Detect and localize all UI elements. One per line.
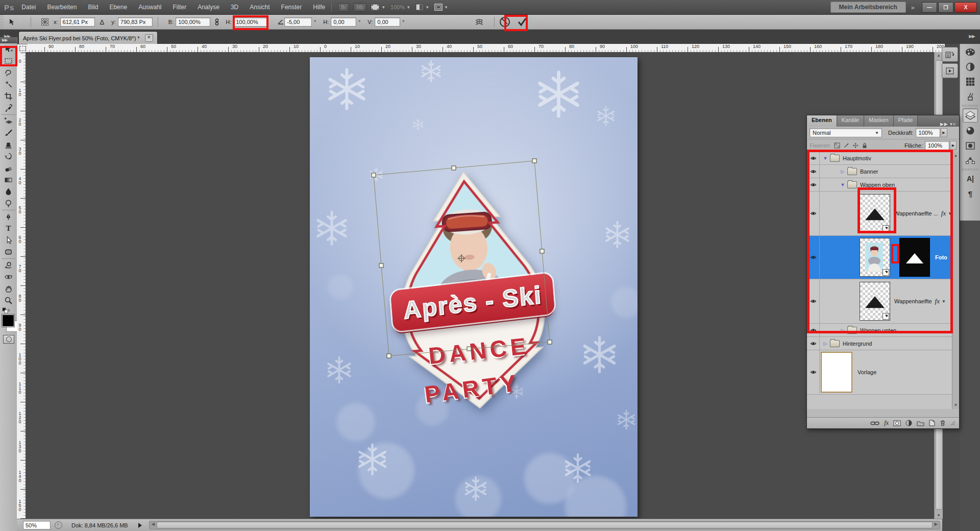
scroll-down-icon[interactable]: ▼	[952, 403, 959, 407]
type-tool[interactable]: T	[0, 223, 17, 234]
swatches-panel-icon[interactable]	[963, 75, 977, 88]
paths-panel-icon[interactable]	[963, 154, 977, 167]
menu-item[interactable]: Bearbeiten	[47, 4, 77, 11]
tab-pfade[interactable]: Pfade	[894, 115, 918, 127]
expand-triangle-icon[interactable]: ▷	[839, 328, 846, 333]
tool-preset-icon[interactable]: ▾	[8, 18, 20, 26]
scrollbar-thumb[interactable]	[157, 522, 933, 528]
zoom-percent-field[interactable]: 50%	[23, 521, 51, 529]
y-position-field[interactable]: 790,83 Px	[118, 17, 153, 27]
dock-collapse-chevron[interactable]: ▶▶	[969, 34, 975, 39]
x-position-field[interactable]: 612,61 Px	[60, 17, 95, 27]
masks-panel-icon[interactable]	[963, 139, 977, 152]
brush-tool[interactable]	[0, 127, 17, 139]
lock-transparency-icon[interactable]	[834, 142, 840, 149]
fx-expand-icon[interactable]: ▼	[948, 211, 952, 216]
shape-tool[interactable]	[0, 246, 17, 258]
add-mask-icon[interactable]	[893, 420, 901, 426]
menu-item[interactable]: Bild	[88, 4, 98, 11]
visibility-eye-icon[interactable]	[807, 178, 820, 191]
visibility-eye-icon[interactable]	[807, 279, 820, 323]
scroll-left-icon[interactable]: ◀	[152, 522, 155, 526]
fx-badge[interactable]: fx	[941, 209, 946, 218]
restore-button[interactable]: ❐	[938, 2, 953, 13]
dodge-tool[interactable]	[0, 198, 17, 209]
panel-menu-icon[interactable]: ▶▶ ▾≡	[937, 122, 959, 127]
lasso-tool[interactable]	[0, 67, 17, 79]
blend-mode-dropdown[interactable]: Normal▼	[810, 128, 882, 137]
layer-row-wappen-oben[interactable]: ▼ Wappen oben	[807, 178, 952, 191]
layer-mask-thumbnail[interactable]	[899, 238, 930, 277]
marquee-tool[interactable]	[0, 55, 17, 67]
horizontal-scrollbar[interactable]: ◀ ▶	[149, 521, 940, 529]
scroll-up-icon[interactable]: ▲	[952, 153, 959, 158]
layer-row-hintergrund[interactable]: ▷ Hintergrund	[807, 337, 952, 350]
close-button[interactable]: X	[954, 2, 977, 13]
layer-style-icon[interactable]: fx	[884, 419, 889, 427]
brushes-panel-icon[interactable]	[963, 90, 977, 103]
menu-item[interactable]: Hilfe	[313, 4, 325, 11]
character-panel-icon[interactable]: A|	[963, 172, 977, 185]
zoom-tool[interactable]	[0, 295, 17, 306]
canvas-viewport[interactable]: Après - Ski DANCE PARTY	[26, 52, 934, 519]
menu-item[interactable]: Filter	[173, 4, 187, 11]
cancel-transform-icon[interactable]	[500, 17, 510, 27]
blur-tool[interactable]	[0, 186, 17, 198]
skew-v-field[interactable]: 0,00	[375, 17, 400, 27]
tab-ebenen[interactable]: Ebenen	[807, 115, 837, 127]
history-brush-tool[interactable]	[0, 151, 17, 162]
menu-item[interactable]: 3D	[231, 4, 238, 11]
gradient-tool[interactable]	[0, 174, 17, 186]
visibility-eye-icon[interactable]	[807, 324, 820, 336]
arrange-documents-icon[interactable]: ▼	[415, 4, 429, 11]
quick-mask-button[interactable]	[3, 335, 14, 344]
styles-panel-icon[interactable]	[963, 124, 977, 137]
actions-panel-icon[interactable]	[942, 63, 958, 78]
clone-stamp-tool[interactable]	[0, 139, 17, 151]
tools-collapse-chevron[interactable]: ▶▶	[0, 37, 17, 43]
workspace-button[interactable]: Mein Arbeitsbereich	[830, 2, 906, 13]
fx-expand-icon[interactable]: ▼	[942, 299, 946, 304]
layer-thumbnail[interactable]: ◥	[860, 238, 890, 277]
fill-field[interactable]: 100%	[925, 141, 949, 150]
screen-mode-icon[interactable]: ▼	[434, 4, 448, 11]
lock-position-icon[interactable]	[852, 142, 859, 149]
crop-tool[interactable]	[0, 90, 17, 102]
eraser-tool[interactable]	[0, 162, 17, 174]
menu-item[interactable]: Fenster	[281, 4, 302, 11]
menu-item[interactable]: Datei	[21, 4, 36, 11]
expand-triangle-icon[interactable]: ▷	[839, 169, 846, 174]
magic-wand-tool[interactable]	[0, 79, 17, 90]
minibridge-button[interactable]: Mb	[353, 3, 366, 12]
3d-orbit-tool[interactable]	[0, 271, 17, 283]
bridge-button[interactable]: Br	[338, 3, 349, 12]
status-options-icon[interactable]	[138, 523, 142, 528]
transform-bounding-box[interactable]	[310, 57, 638, 517]
opacity-field[interactable]: 100%	[916, 128, 940, 137]
warp-mode-icon[interactable]	[475, 18, 484, 26]
horizontal-ruler[interactable]: 9080706050403020100102030405060708090100…	[28, 44, 945, 53]
history-panel-icon[interactable]	[942, 47, 958, 62]
menu-item[interactable]: Analyse	[198, 4, 219, 11]
tab-kanaele[interactable]: Kanäle	[837, 115, 864, 127]
layer-row-wappenhaelfte-unten[interactable]: ◥ Wappenhaelfte fx ▼	[807, 279, 952, 324]
lock-all-icon[interactable]	[862, 142, 868, 149]
new-layer-icon[interactable]	[929, 420, 935, 426]
move-tool[interactable]	[0, 43, 17, 55]
paragraph-panel-icon[interactable]: ¶	[963, 187, 977, 200]
visibility-eye-icon[interactable]	[807, 236, 820, 279]
layer-thumbnail[interactable]	[821, 352, 852, 393]
tab-close-icon[interactable]: ✕	[145, 34, 153, 42]
layers-panel-icon[interactable]	[963, 108, 978, 123]
view-extras-icon[interactable]: ▼	[371, 4, 385, 11]
tab-masken[interactable]: Masken	[864, 115, 894, 127]
scroll-down-icon[interactable]: ▼	[935, 513, 943, 518]
layer-row-wappen-unten[interactable]: ▷ Wappen unten	[807, 324, 952, 337]
expand-triangle-icon[interactable]: ▷	[822, 341, 829, 346]
fill-spinner[interactable]: ▶	[950, 141, 957, 150]
width-field[interactable]: 100,00%	[176, 17, 210, 27]
relative-position-toggle[interactable]: Δ	[100, 18, 105, 26]
expand-triangle-icon[interactable]: ▼	[839, 182, 846, 187]
trash-icon[interactable]	[940, 420, 946, 426]
visibility-eye-icon[interactable]	[807, 350, 820, 394]
